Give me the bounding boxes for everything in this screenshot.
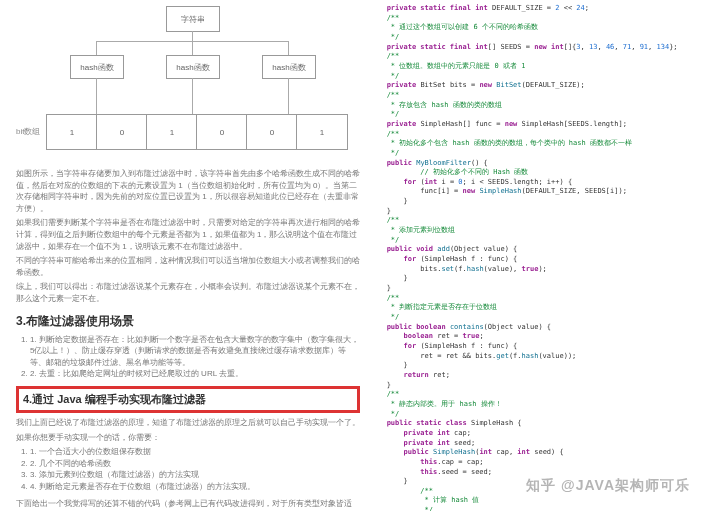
list-item: 2. 几个不同的哈希函数 <box>30 458 360 470</box>
article-column: 字符串 hash函数 hash函数 hash函数 bit数组 1 0 1 0 0… <box>0 0 370 511</box>
use-case-list: 1. 判断给定数据是否存在：比如判断一个数字是否在包含大量数字的数字集中（数字集… <box>30 334 360 380</box>
bit-cell: 0 <box>246 114 298 150</box>
hash-node: hash函数 <box>70 55 124 79</box>
bit-array-label: bit数组 <box>16 126 40 137</box>
impl-steps-list: 1. 一个合适大小的位数组保存数据 2. 几个不同的哈希函数 3. 添加元素到位… <box>30 446 360 492</box>
paragraph: 综上，我们可以得出：布隆过滤器说某个元素存在，小概率会误判。布隆过滤器说某个元素… <box>16 281 360 304</box>
hash-diagram: 字符串 hash函数 hash函数 hash函数 bit数组 1 0 1 0 0… <box>16 6 360 164</box>
paragraph: 如果我们需要判断某个字符串是否在布隆过滤器中时，只需要对给定的字符串再次进行相同… <box>16 217 360 252</box>
hash-node: hash函数 <box>262 55 316 79</box>
bit-cell: 1 <box>146 114 198 150</box>
paragraph: 我们上面已经说了布隆过滤器的原理，知道了布隆过滤器的原理之后就可以自己手动实现一… <box>16 417 360 429</box>
paragraph: 如图所示，当字符串存储要加入到布隆过滤器中时，该字符串首先由多个哈希函数生成不同… <box>16 168 360 214</box>
section-heading: 3.布隆过滤器使用场景 <box>16 313 360 330</box>
bit-cell: 1 <box>296 114 348 150</box>
list-item: 1. 判断给定数据是否存在：比如判断一个数字是否在包含大量数字的数字集中（数字集… <box>30 334 360 369</box>
code-block: private static final int DEFAULT_SIZE = … <box>374 4 712 511</box>
highlighted-heading-box: 4.通过 Java 编程手动实现布隆过滤器 <box>16 386 360 413</box>
hash-node: hash函数 <box>166 55 220 79</box>
bit-cell: 0 <box>96 114 148 150</box>
bit-cell: 1 <box>46 114 98 150</box>
root-node: 字符串 <box>166 6 220 32</box>
list-item: 4. 判断给定元素是否存在于位数组（布隆过滤器）的方法实现。 <box>30 481 360 493</box>
list-item: 3. 添加元素到位数组（布隆过滤器）的方法实现 <box>30 469 360 481</box>
paragraph: 如果你想要手动实现一个的话，你需要： <box>16 432 360 444</box>
list-item: 2. 去重：比如爬给定网址的时候对已经爬取过的 URL 去重。 <box>30 368 360 380</box>
paragraph: 不同的字符串可能哈希出来的位置相同，这种情况我们可以适当增加位数组大小或者调整我… <box>16 255 360 278</box>
list-item: 1. 一个合适大小的位数组保存数据 <box>30 446 360 458</box>
code-column: private static final int DEFAULT_SIZE = … <box>370 0 720 511</box>
paragraph: 下面给出一个我觉得写的还算不错的代码（参考网上已有代码改进得到，对于所有类型对象… <box>16 498 360 511</box>
bit-cell: 0 <box>196 114 248 150</box>
section-heading: 4.通过 Java 编程手动实现布隆过滤器 <box>23 392 353 407</box>
